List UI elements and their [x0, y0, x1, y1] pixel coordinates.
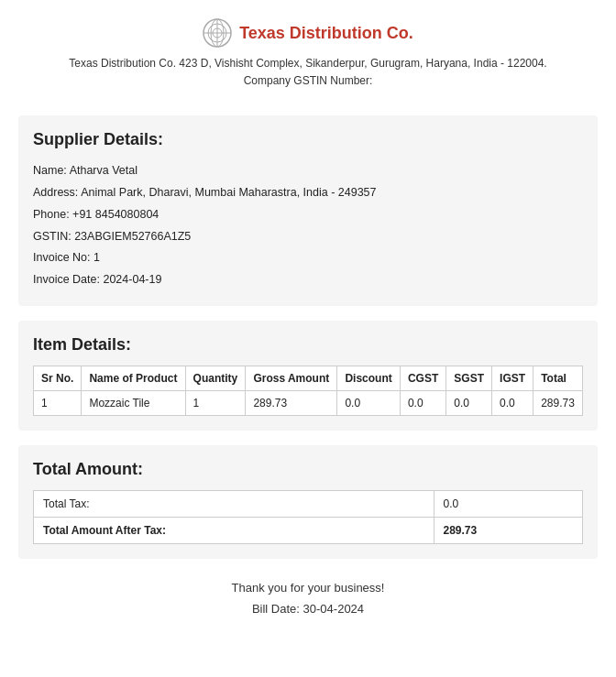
company-name: Texas Distribution Co. [239, 24, 413, 43]
table-cell: 0.0 [492, 390, 534, 415]
table-cell: 1 [34, 390, 82, 415]
total-table: Total Tax: 0.0 Total Amount After Tax: 2… [33, 490, 583, 544]
total-after-tax-row: Total Amount After Tax: 289.73 [34, 517, 583, 543]
col-gross-amount: Gross Amount [246, 366, 337, 390]
supplier-address-row: Address: Animal Park, Dharavi, Mumbai Ma… [33, 182, 583, 204]
col-total: Total [534, 366, 583, 390]
supplier-name-value: Atharva Vetal [70, 164, 138, 177]
supplier-invoice-date-value: 2024-04-19 [103, 273, 161, 286]
bill-date-value: 30-04-2024 [303, 602, 365, 616]
supplier-invoice-no-label: Invoice No: [33, 251, 91, 264]
total-after-tax-value: 289.73 [434, 517, 583, 543]
supplier-invoice-date-row: Invoice Date: 2024-04-19 [33, 269, 583, 291]
total-amount-section: Total Amount: Total Tax: 0.0 Total Amoun… [18, 445, 598, 559]
total-tax-label: Total Tax: [34, 490, 434, 517]
col-igst: IGST [492, 366, 534, 390]
total-after-tax-label: Total Amount After Tax: [34, 517, 434, 543]
bill-date: Bill Date: 30-04-2024 [18, 598, 598, 619]
bill-date-label: Bill Date: [252, 602, 300, 616]
items-table: Sr No. Name of Product Quantity Gross Am… [33, 366, 583, 416]
supplier-gstin-row: GSTIN: 23ABGIEM52766A1Z5 [33, 226, 583, 248]
table-cell: Mozzaic Tile [82, 390, 185, 415]
col-discount: Discount [337, 366, 400, 390]
col-cgst: CGST [400, 366, 446, 390]
table-cell: 0.0 [337, 390, 400, 415]
col-product-name: Name of Product [82, 366, 185, 390]
footer: Thank you for your business! Bill Date: … [18, 577, 598, 620]
supplier-invoice-no-value: 1 [94, 251, 100, 264]
item-section-title: Item Details: [33, 335, 583, 355]
table-cell: 289.73 [534, 390, 583, 415]
table-cell: 289.73 [246, 390, 337, 415]
total-section-title: Total Amount: [33, 460, 583, 479]
supplier-address-value: Animal Park, Dharavi, Mumbai Maharastra,… [81, 186, 376, 199]
supplier-gstin-value: 23ABGIEM52766A1Z5 [74, 230, 191, 243]
table-header-row: Sr No. Name of Product Quantity Gross Am… [34, 366, 583, 390]
supplier-info: Name: Atharva Vetal Address: Animal Park… [33, 160, 583, 291]
supplier-phone-row: Phone: +91 8454080804 [33, 204, 583, 226]
col-sr-no: Sr No. [34, 366, 82, 390]
total-tax-row: Total Tax: 0.0 [34, 490, 583, 517]
total-tax-value: 0.0 [434, 490, 583, 517]
supplier-gstin-label: GSTIN: [33, 230, 72, 243]
supplier-phone-label: Phone: [33, 208, 70, 221]
supplier-address-label: Address: [33, 186, 78, 199]
company-logo-icon [203, 18, 232, 48]
table-cell: 0.0 [400, 390, 446, 415]
company-address-line2: Company GSTIN Number: [18, 72, 598, 90]
table-cell: 1 [185, 390, 246, 415]
supplier-details-section: Supplier Details: Name: Atharva Vetal Ad… [18, 115, 598, 306]
header: Texas Distribution Co. Texas Distributio… [18, 18, 598, 101]
table-cell: 0.0 [446, 390, 492, 415]
supplier-section-title: Supplier Details: [33, 130, 583, 149]
supplier-name-row: Name: Atharva Vetal [33, 160, 583, 182]
supplier-name-label: Name: [33, 164, 67, 177]
supplier-phone-value: +91 8454080804 [72, 208, 159, 221]
supplier-invoice-date-label: Invoice Date: [33, 273, 100, 286]
item-details-section: Item Details: Sr No. Name of Product Qua… [18, 321, 598, 431]
col-quantity: Quantity [185, 366, 246, 390]
col-sgst: SGST [446, 366, 492, 390]
supplier-invoice-no-row: Invoice No: 1 [33, 247, 583, 269]
table-row: 1Mozzaic Tile1289.730.00.00.00.0289.73 [34, 390, 583, 415]
thank-you-text: Thank you for your business! [18, 577, 598, 598]
company-address-line1: Texas Distribution Co. 423 D, Vishisht C… [18, 55, 598, 72]
logo-container: Texas Distribution Co. [18, 18, 598, 48]
